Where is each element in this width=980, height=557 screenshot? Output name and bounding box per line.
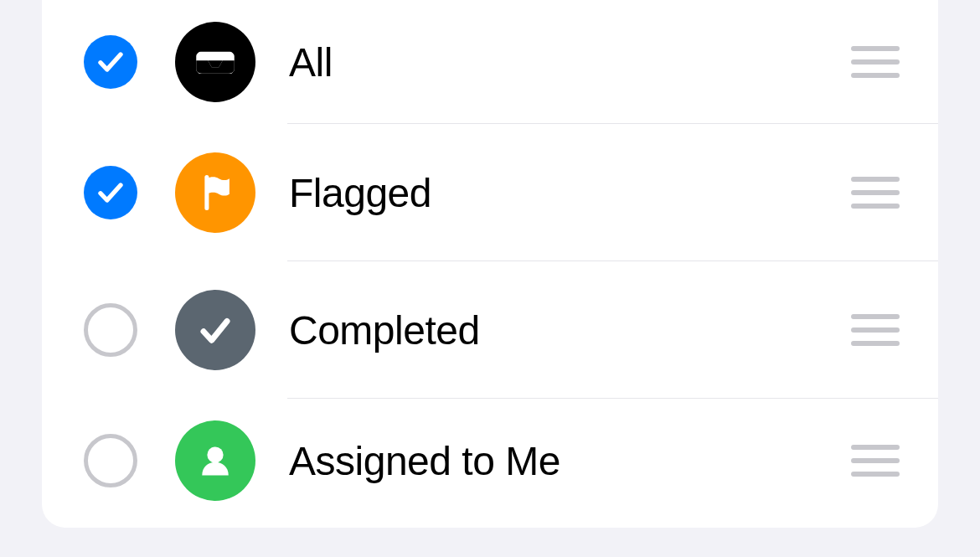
checkmark-icon	[95, 47, 126, 77]
list-row-assigned: Assigned to Me	[42, 399, 938, 523]
checkbox-flagged[interactable]	[84, 166, 137, 219]
list-label-assigned: Assigned to Me	[289, 438, 851, 484]
list-label-completed: Completed	[289, 307, 851, 353]
reorder-handle[interactable]	[851, 177, 900, 209]
list-label-flagged: Flagged	[289, 170, 851, 216]
list-label-all: All	[289, 39, 851, 85]
list-row-flagged: Flagged	[42, 124, 938, 261]
checkbox-completed[interactable]	[84, 303, 137, 357]
checkbox-all[interactable]	[84, 35, 137, 89]
person-icon	[175, 420, 255, 501]
svg-point-1	[207, 446, 223, 462]
list-row-completed: Completed	[42, 261, 938, 399]
tray-icon	[175, 22, 255, 102]
reorder-handle[interactable]	[851, 314, 900, 346]
reorder-handle[interactable]	[851, 445, 900, 477]
checkmark-icon	[95, 178, 126, 208]
smart-list-settings-card: All Flagged Com	[42, 0, 938, 528]
flag-icon	[175, 152, 255, 233]
checkbox-assigned[interactable]	[84, 434, 137, 487]
check-icon	[175, 290, 255, 370]
list-row-all: All	[42, 0, 938, 124]
reorder-handle[interactable]	[851, 46, 900, 78]
